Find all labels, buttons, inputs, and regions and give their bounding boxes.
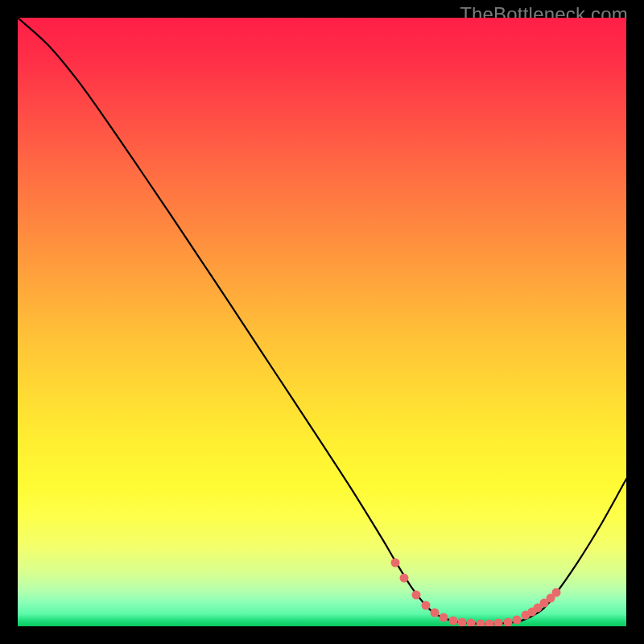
chart-frame: TheBottleneck.com [0, 0, 644, 644]
plot-area [18, 18, 626, 626]
optimal-dot [412, 590, 421, 599]
optimal-dot [440, 613, 448, 622]
optimal-dot [390, 558, 399, 567]
optimal-dot [430, 609, 439, 617]
optimal-dot [512, 615, 521, 624]
optimal-dot [457, 618, 466, 626]
optimal-dot [485, 619, 493, 626]
optimal-dot [476, 619, 485, 626]
optimal-dot [467, 619, 476, 626]
optimal-dot [494, 619, 503, 626]
optimal-dot [421, 601, 430, 609]
optimal-dot [448, 617, 457, 625]
optimal-dot [552, 588, 561, 597]
optimal-dot [503, 617, 512, 626]
optimal-zone-dots [18, 18, 626, 626]
optimal-dot [400, 573, 409, 582]
